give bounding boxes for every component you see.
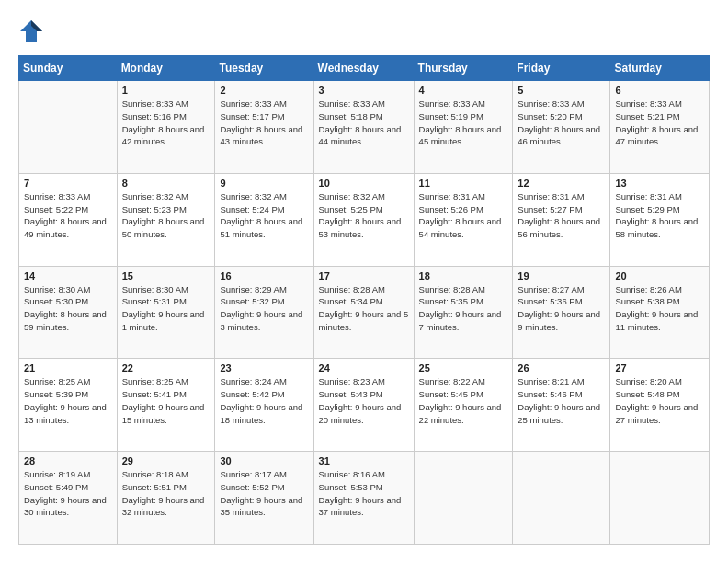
- calendar: SundayMondayTuesdayWednesdayThursdayFrid…: [18, 55, 710, 545]
- day-number: 1: [122, 85, 210, 96]
- day-number: 18: [419, 270, 508, 282]
- calendar-cell: [19, 81, 118, 174]
- calendar-header-saturday: Saturday: [610, 56, 710, 81]
- day-info: Sunrise: 8:16 AMSunset: 5:53 PMDaylight:…: [319, 468, 409, 519]
- calendar-cell: 7 Sunrise: 8:33 AMSunset: 5:22 PMDayligh…: [19, 173, 118, 266]
- day-info: Sunrise: 8:31 AMSunset: 5:26 PMDaylight:…: [419, 190, 508, 241]
- calendar-header-tuesday: Tuesday: [215, 56, 313, 81]
- calendar-header-friday: Friday: [513, 56, 610, 81]
- day-info: Sunrise: 8:30 AMSunset: 5:30 PMDaylight:…: [24, 283, 112, 334]
- day-info: Sunrise: 8:21 AMSunset: 5:46 PMDaylight:…: [518, 375, 605, 426]
- day-info: Sunrise: 8:28 AMSunset: 5:35 PMDaylight:…: [419, 283, 508, 334]
- day-info: Sunrise: 8:31 AMSunset: 5:29 PMDaylight:…: [615, 190, 704, 241]
- calendar-cell: 8 Sunrise: 8:32 AMSunset: 5:23 PMDayligh…: [117, 173, 215, 266]
- calendar-cell: [414, 452, 513, 545]
- calendar-cell: 6 Sunrise: 8:33 AMSunset: 5:21 PMDayligh…: [610, 81, 710, 174]
- calendar-cell: 19 Sunrise: 8:27 AMSunset: 5:36 PMDaylig…: [513, 266, 610, 359]
- day-info: Sunrise: 8:25 AMSunset: 5:39 PMDaylight:…: [24, 375, 112, 426]
- day-info: Sunrise: 8:33 AMSunset: 5:18 PMDaylight:…: [319, 98, 409, 148]
- day-number: 4: [419, 85, 508, 96]
- calendar-cell: 28 Sunrise: 8:19 AMSunset: 5:49 PMDaylig…: [19, 452, 118, 545]
- calendar-cell: 29 Sunrise: 8:18 AMSunset: 5:51 PMDaylig…: [117, 452, 215, 545]
- day-number: 14: [24, 270, 112, 282]
- day-info: Sunrise: 8:23 AMSunset: 5:43 PMDaylight:…: [319, 375, 409, 426]
- calendar-cell: 1 Sunrise: 8:33 AMSunset: 5:16 PMDayligh…: [117, 81, 215, 174]
- day-number: 28: [24, 455, 112, 466]
- calendar-week-2: 7 Sunrise: 8:33 AMSunset: 5:22 PMDayligh…: [19, 173, 710, 266]
- day-info: Sunrise: 8:33 AMSunset: 5:19 PMDaylight:…: [419, 98, 508, 148]
- day-number: 30: [220, 455, 308, 466]
- calendar-header-wednesday: Wednesday: [313, 56, 414, 81]
- day-info: Sunrise: 8:28 AMSunset: 5:34 PMDaylight:…: [319, 283, 409, 334]
- day-number: 6: [615, 85, 704, 96]
- day-info: Sunrise: 8:33 AMSunset: 5:16 PMDaylight:…: [122, 98, 210, 148]
- calendar-week-1: 1 Sunrise: 8:33 AMSunset: 5:16 PMDayligh…: [19, 81, 710, 174]
- calendar-cell: 13 Sunrise: 8:31 AMSunset: 5:29 PMDaylig…: [610, 173, 710, 266]
- day-info: Sunrise: 8:32 AMSunset: 5:23 PMDaylight:…: [122, 190, 210, 241]
- calendar-cell: 4 Sunrise: 8:33 AMSunset: 5:19 PMDayligh…: [414, 81, 513, 174]
- calendar-cell: 31 Sunrise: 8:16 AMSunset: 5:53 PMDaylig…: [313, 452, 414, 545]
- calendar-header-sunday: Sunday: [19, 56, 118, 81]
- calendar-week-3: 14 Sunrise: 8:30 AMSunset: 5:30 PMDaylig…: [19, 266, 710, 359]
- calendar-cell: 25 Sunrise: 8:22 AMSunset: 5:45 PMDaylig…: [414, 359, 513, 452]
- day-number: 20: [615, 270, 704, 282]
- calendar-cell: 17 Sunrise: 8:28 AMSunset: 5:34 PMDaylig…: [313, 266, 414, 359]
- calendar-cell: 23 Sunrise: 8:24 AMSunset: 5:42 PMDaylig…: [215, 359, 313, 452]
- day-number: 22: [122, 362, 210, 373]
- day-number: 23: [220, 362, 308, 373]
- calendar-cell: 22 Sunrise: 8:25 AMSunset: 5:41 PMDaylig…: [117, 359, 215, 452]
- day-number: 29: [122, 455, 210, 466]
- day-info: Sunrise: 8:30 AMSunset: 5:31 PMDaylight:…: [122, 283, 210, 334]
- day-number: 26: [518, 362, 605, 373]
- day-number: 24: [319, 362, 409, 373]
- calendar-cell: 9 Sunrise: 8:32 AMSunset: 5:24 PMDayligh…: [215, 173, 313, 266]
- logo-icon: [18, 18, 44, 44]
- calendar-cell: 26 Sunrise: 8:21 AMSunset: 5:46 PMDaylig…: [513, 359, 610, 452]
- day-number: 21: [24, 362, 112, 373]
- day-info: Sunrise: 8:22 AMSunset: 5:45 PMDaylight:…: [419, 375, 508, 426]
- day-info: Sunrise: 8:32 AMSunset: 5:24 PMDaylight:…: [220, 190, 308, 241]
- calendar-cell: 14 Sunrise: 8:30 AMSunset: 5:30 PMDaylig…: [19, 266, 118, 359]
- calendar-cell: 24 Sunrise: 8:23 AMSunset: 5:43 PMDaylig…: [313, 359, 414, 452]
- calendar-cell: 27 Sunrise: 8:20 AMSunset: 5:48 PMDaylig…: [610, 359, 710, 452]
- day-number: 16: [220, 270, 308, 282]
- calendar-week-5: 28 Sunrise: 8:19 AMSunset: 5:49 PMDaylig…: [19, 452, 710, 545]
- day-number: 31: [319, 455, 409, 466]
- day-number: 17: [319, 270, 409, 282]
- calendar-cell: 11 Sunrise: 8:31 AMSunset: 5:26 PMDaylig…: [414, 173, 513, 266]
- header: [18, 18, 710, 44]
- day-info: Sunrise: 8:32 AMSunset: 5:25 PMDaylight:…: [319, 190, 409, 241]
- calendar-cell: 16 Sunrise: 8:29 AMSunset: 5:32 PMDaylig…: [215, 266, 313, 359]
- day-number: 15: [122, 270, 210, 282]
- day-number: 10: [319, 178, 409, 189]
- calendar-cell: 12 Sunrise: 8:31 AMSunset: 5:27 PMDaylig…: [513, 173, 610, 266]
- day-number: 9: [220, 178, 308, 189]
- day-info: Sunrise: 8:33 AMSunset: 5:20 PMDaylight:…: [518, 98, 605, 148]
- day-number: 3: [319, 85, 409, 96]
- day-number: 19: [518, 270, 605, 282]
- day-info: Sunrise: 8:24 AMSunset: 5:42 PMDaylight:…: [220, 375, 308, 426]
- day-info: Sunrise: 8:33 AMSunset: 5:17 PMDaylight:…: [220, 98, 308, 148]
- calendar-header-monday: Monday: [117, 56, 215, 81]
- calendar-cell: 30 Sunrise: 8:17 AMSunset: 5:52 PMDaylig…: [215, 452, 313, 545]
- day-info: Sunrise: 8:33 AMSunset: 5:22 PMDaylight:…: [24, 190, 112, 241]
- day-number: 8: [122, 178, 210, 189]
- calendar-cell: [610, 452, 710, 545]
- day-info: Sunrise: 8:19 AMSunset: 5:49 PMDaylight:…: [24, 468, 112, 519]
- page: SundayMondayTuesdayWednesdayThursdayFrid…: [0, 0, 728, 563]
- day-info: Sunrise: 8:26 AMSunset: 5:38 PMDaylight:…: [615, 283, 704, 334]
- calendar-cell: 15 Sunrise: 8:30 AMSunset: 5:31 PMDaylig…: [117, 266, 215, 359]
- day-number: 5: [518, 85, 605, 96]
- day-number: 2: [220, 85, 308, 96]
- calendar-cell: 20 Sunrise: 8:26 AMSunset: 5:38 PMDaylig…: [610, 266, 710, 359]
- day-info: Sunrise: 8:18 AMSunset: 5:51 PMDaylight:…: [122, 468, 210, 519]
- day-info: Sunrise: 8:33 AMSunset: 5:21 PMDaylight:…: [615, 98, 704, 148]
- calendar-header-thursday: Thursday: [414, 56, 513, 81]
- day-number: 13: [615, 178, 704, 189]
- day-info: Sunrise: 8:27 AMSunset: 5:36 PMDaylight:…: [518, 283, 605, 334]
- calendar-cell: [513, 452, 610, 545]
- calendar-header-row: SundayMondayTuesdayWednesdayThursdayFrid…: [19, 56, 710, 81]
- day-info: Sunrise: 8:20 AMSunset: 5:48 PMDaylight:…: [615, 375, 704, 426]
- calendar-cell: 2 Sunrise: 8:33 AMSunset: 5:17 PMDayligh…: [215, 81, 313, 174]
- day-number: 12: [518, 178, 605, 189]
